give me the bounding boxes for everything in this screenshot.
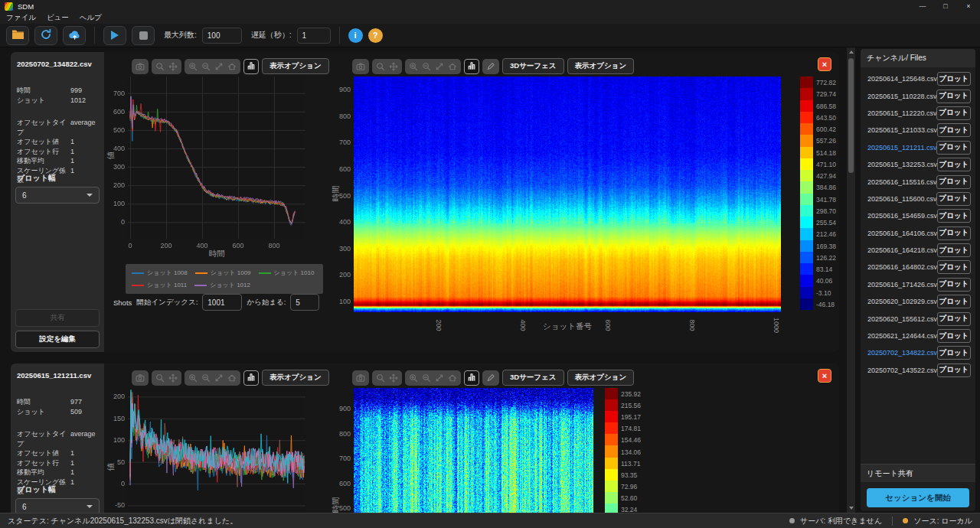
scroll-down-icon[interactable]: [849, 507, 854, 510]
surface-3d-button[interactable]: 3Dサーフェス: [502, 58, 564, 74]
edit-settings-button[interactable]: 設定を編集: [15, 331, 100, 348]
plot-width-label: プロット幅: [17, 484, 56, 495]
plot-file-button[interactable]: プロット: [937, 260, 971, 274]
plot-file-button[interactable]: プロット: [937, 363, 971, 377]
legend-item[interactable]: ショット 1012: [194, 281, 250, 289]
plot-width-select[interactable]: 6: [15, 498, 100, 513]
pan-icon[interactable]: [389, 62, 398, 71]
zoom-in-icon[interactable]: [409, 62, 418, 71]
plot-file-button[interactable]: プロット: [937, 209, 971, 223]
plot-file-button[interactable]: プロット: [937, 329, 971, 343]
chart-type-button[interactable]: [464, 370, 479, 386]
plot-file-button[interactable]: プロット: [937, 123, 971, 137]
histogram-icon[interactable]: [247, 371, 256, 385]
histogram-icon[interactable]: [467, 60, 476, 73]
histogram-icon[interactable]: [247, 60, 256, 73]
histogram-icon[interactable]: [467, 371, 476, 385]
plot-file-button[interactable]: プロット: [937, 158, 971, 171]
pen-icon[interactable]: [486, 62, 495, 71]
pan-icon[interactable]: [168, 373, 178, 383]
share-button[interactable]: 共有: [15, 309, 100, 327]
cloud-upload-button[interactable]: [63, 26, 86, 45]
zoom-icon[interactable]: [155, 373, 165, 383]
refresh-button[interactable]: [34, 26, 57, 45]
surface-3d-button[interactable]: 3Dサーフェス: [502, 370, 564, 386]
zoom-out-icon[interactable]: [201, 373, 211, 383]
chart-type-button[interactable]: [243, 370, 259, 386]
play-button[interactable]: [103, 26, 126, 45]
plot-file-button[interactable]: プロット: [937, 227, 971, 240]
plot-file-button[interactable]: プロット: [937, 346, 971, 360]
plot-file-button[interactable]: プロット: [937, 278, 971, 292]
plot-width-select[interactable]: 6: [15, 187, 100, 204]
display-options-button[interactable]: 表示オプション: [567, 370, 635, 386]
max-columns-input[interactable]: [202, 28, 242, 44]
camera-icon[interactable]: [136, 62, 145, 71]
legend-item[interactable]: ショット 1009: [195, 269, 251, 277]
menu-file[interactable]: ファイル: [6, 13, 36, 23]
camera-icon[interactable]: [136, 373, 145, 383]
plot-file-button[interactable]: プロット: [937, 243, 971, 257]
info-button[interactable]: i: [348, 28, 363, 43]
close-panel-button[interactable]: ×: [818, 57, 831, 71]
scrollbar-thumb[interactable]: [848, 58, 854, 173]
camera-icon[interactable]: [356, 373, 365, 383]
zoom-out-icon[interactable]: [422, 373, 431, 383]
zoom-in-icon[interactable]: [188, 62, 198, 71]
legend-item[interactable]: ショット 1011: [132, 281, 187, 289]
menu-help[interactable]: ヘルプ: [80, 13, 102, 23]
start-session-button[interactable]: セッションを開始: [867, 488, 969, 507]
plot-file-button[interactable]: プロット: [936, 175, 971, 189]
minimize-button[interactable]: —: [911, 0, 934, 12]
plot-file-button[interactable]: プロット: [937, 312, 971, 326]
heatmap-canvas[interactable]: [354, 77, 781, 312]
line-chart-canvas[interactable]: [128, 77, 305, 239]
starts-at-input[interactable]: [290, 294, 319, 311]
home-icon[interactable]: [448, 373, 457, 383]
home-icon[interactable]: [227, 373, 237, 383]
autoscale-icon[interactable]: [214, 62, 224, 71]
menu-view[interactable]: ビュー: [47, 13, 69, 23]
maximize-button[interactable]: □: [934, 0, 957, 12]
display-options-button[interactable]: 表示オプション: [262, 58, 329, 74]
close-window-button[interactable]: ×: [957, 0, 980, 12]
close-panel-button[interactable]: ×: [818, 369, 831, 383]
legend-item[interactable]: ショット 1008: [132, 269, 188, 277]
line-chart-canvas[interactable]: [128, 388, 305, 513]
zoom-icon[interactable]: [155, 62, 165, 71]
autoscale-icon[interactable]: [435, 62, 444, 71]
open-folder-button[interactable]: [6, 26, 29, 45]
help-button[interactable]: ?: [368, 28, 383, 43]
stop-button[interactable]: [132, 26, 155, 45]
plot-file-button[interactable]: プロット: [936, 141, 971, 155]
zoom-out-icon[interactable]: [422, 62, 431, 71]
zoom-out-icon[interactable]: [201, 62, 211, 71]
delay-input[interactable]: [297, 28, 331, 44]
vertical-scrollbar[interactable]: [847, 47, 855, 513]
chart-type-button[interactable]: [464, 59, 479, 74]
zoom-in-icon[interactable]: [409, 373, 418, 383]
zoom-icon[interactable]: [376, 62, 385, 71]
plot-file-button[interactable]: プロット: [937, 295, 971, 308]
camera-icon[interactable]: [356, 62, 365, 71]
start-index-input[interactable]: [202, 294, 242, 311]
plot-file-button[interactable]: プロット: [936, 106, 971, 120]
autoscale-icon[interactable]: [435, 373, 444, 383]
zoom-in-icon[interactable]: [188, 373, 198, 383]
legend-item[interactable]: ショット 1010: [259, 269, 315, 277]
plot-file-button[interactable]: プロット: [936, 90, 971, 103]
plot-file-button[interactable]: プロット: [936, 192, 971, 206]
pan-icon[interactable]: [168, 62, 178, 71]
home-icon[interactable]: [448, 62, 457, 71]
heatmap-canvas[interactable]: [354, 388, 593, 513]
zoom-icon[interactable]: [376, 373, 385, 383]
scroll-up-icon[interactable]: [849, 51, 854, 54]
pan-icon[interactable]: [389, 373, 398, 383]
plot-file-button[interactable]: プロット: [937, 72, 971, 86]
display-options-button[interactable]: 表示オプション: [262, 370, 329, 386]
pen-icon[interactable]: [486, 373, 495, 383]
home-icon[interactable]: [227, 62, 237, 71]
display-options-button[interactable]: 表示オプション: [567, 58, 635, 74]
autoscale-icon[interactable]: [214, 373, 224, 383]
chart-type-button[interactable]: [243, 59, 259, 74]
